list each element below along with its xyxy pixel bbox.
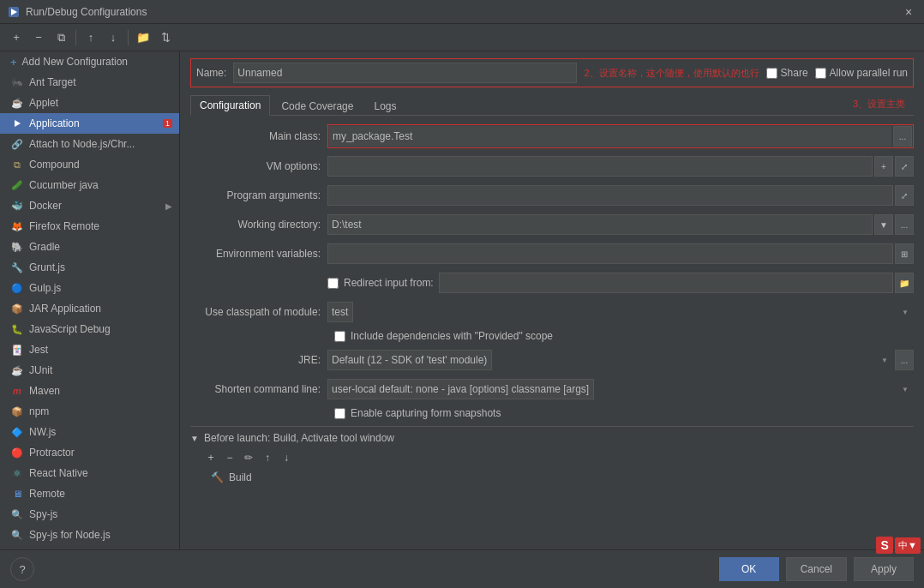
vm-options-add-btn[interactable]: + <box>874 156 893 177</box>
dialog-content: + Add New Configuration 🐜 Ant Target ☕ A… <box>0 51 924 549</box>
tab-logs[interactable]: Logs <box>364 96 405 116</box>
main-class-label: Main class: <box>190 130 327 142</box>
close-button[interactable]: × <box>900 3 917 21</box>
firefox-icon: 🦊 <box>10 219 24 233</box>
jar-icon: 📦 <box>10 302 24 315</box>
working-dir-browse-btn[interactable]: ... <box>895 214 914 235</box>
before-launch-edit-btn[interactable]: ✏ <box>240 449 257 466</box>
sidebar-item-spyjs-node[interactable]: 🔍 Spy-js for Node.js <box>0 525 179 545</box>
cancel-button[interactable]: Cancel <box>786 557 847 581</box>
sidebar-item-cucumber[interactable]: 🥒 Cucumber java <box>0 175 179 195</box>
before-launch-down-btn[interactable]: ↓ <box>278 449 295 466</box>
tab-code-coverage[interactable]: Code Coverage <box>272 96 363 116</box>
parallel-checkbox[interactable] <box>815 68 826 79</box>
redirect-row: Redirect input from: 📁 <box>190 272 914 294</box>
before-launch-toggle[interactable]: ▼ <box>190 434 199 443</box>
redirect-checkbox[interactable] <box>327 278 339 289</box>
config-toolbar: + − ⧉ ↑ ↓ 📁 ⇅ <box>0 24 924 51</box>
grunt-icon: 🔧 <box>10 261 24 274</box>
sidebar-item-jest[interactable]: 🃏 Jest <box>0 339 179 360</box>
sidebar-item-testng[interactable]: 🧪 TestNG <box>0 545 179 549</box>
copy-config-btn[interactable]: ⧉ <box>51 28 70 47</box>
sidebar-item-junit[interactable]: ☕ JUnit <box>0 360 179 381</box>
sidebar-item-label: Firefox Remote <box>29 220 172 232</box>
sidebar-item-label: npm <box>29 405 172 417</box>
run-debug-dialog: + − ⧉ ↑ ↓ 📁 ⇅ + Add New Configuration 🐜 … <box>0 24 924 588</box>
name-row: Name: 2、设置名称，这个随便，使用默认的也行 Share Allow pa… <box>190 58 914 87</box>
application-badge: 1 <box>163 119 172 128</box>
sidebar-item-firefox-remote[interactable]: 🦊 Firefox Remote <box>0 216 179 237</box>
sidebar-item-applet[interactable]: ☕ Applet <box>0 93 179 113</box>
working-dir-input[interactable] <box>327 214 873 235</box>
sidebar-item-label: Jest <box>29 344 172 356</box>
sidebar-item-label: Cucumber java <box>29 179 172 191</box>
include-deps-checkbox[interactable] <box>334 331 345 342</box>
toolbar-separator-1 <box>75 30 76 45</box>
sidebar-item-label: Gulp.js <box>29 282 172 294</box>
attach-node-icon: 🔗 <box>10 137 24 151</box>
program-args-expand-btn[interactable]: ⤢ <box>895 185 914 206</box>
env-vars-input[interactable] <box>327 243 893 264</box>
working-dir-dropdown-btn[interactable]: ▼ <box>874 214 893 235</box>
env-vars-label: Environment variables: <box>190 248 327 260</box>
sidebar-item-remote[interactable]: 🖥 Remote <box>0 483 179 504</box>
jre-browse-btn[interactable]: ... <box>895 350 914 370</box>
vm-options-input[interactable] <box>327 156 873 177</box>
sidebar-item-application[interactable]: Application 1 <box>0 113 179 134</box>
sidebar-item-label: Ant Target <box>29 76 172 88</box>
capture-forms-row: Enable capturing form snapshots <box>190 407 914 419</box>
sidebar-item-npm[interactable]: 📦 npm <box>0 401 179 422</box>
capture-forms-checkbox[interactable] <box>334 408 345 419</box>
sidebar-item-attach-node[interactable]: 🔗 Attach to Node.js/Chr... <box>0 134 179 154</box>
watermark: S 中▼ <box>876 537 921 554</box>
remove-config-btn[interactable]: − <box>29 28 48 47</box>
vm-options-input-group: + ⤢ <box>327 156 914 177</box>
sidebar-item-protractor[interactable]: 🔴 Protractor <box>0 442 179 463</box>
program-args-input[interactable] <box>327 185 893 206</box>
jest-icon: 🃏 <box>10 343 24 357</box>
jre-select[interactable]: Default (12 - SDK of 'test' module) <box>327 350 492 370</box>
sidebar-item-grunt[interactable]: 🔧 Grunt.js <box>0 257 179 278</box>
sidebar-item-ant-target[interactable]: 🐜 Ant Target <box>0 72 179 93</box>
env-vars-expand-btn[interactable]: ⊞ <box>895 243 914 264</box>
add-new-label: Add New Configuration <box>22 56 128 68</box>
redirect-browse-btn[interactable]: 📁 <box>895 273 914 293</box>
junit-icon: ☕ <box>10 363 24 377</box>
main-class-wrapper: ... <box>327 124 914 148</box>
sidebar-item-jar[interactable]: 📦 JAR Application <box>0 298 179 319</box>
folder-btn[interactable]: 📁 <box>134 28 153 47</box>
sidebar-item-label: Spy-js <box>29 508 172 520</box>
form-area: Main class: ... VM options: + ⤢ <box>190 124 914 543</box>
shorten-select[interactable]: user-local default: none - java [options… <box>327 379 594 399</box>
main-class-input[interactable] <box>329 126 891 147</box>
name-input[interactable] <box>233 63 577 83</box>
ok-button[interactable]: OK <box>719 557 779 581</box>
add-new-configuration[interactable]: + Add New Configuration <box>0 51 179 72</box>
redirect-input[interactable] <box>439 273 893 293</box>
main-class-browse-btn[interactable]: ... <box>893 126 912 147</box>
add-config-btn[interactable]: + <box>7 28 26 47</box>
ant-target-icon: 🐜 <box>10 75 24 89</box>
sidebar-item-gulp[interactable]: 🔵 Gulp.js <box>0 278 179 298</box>
sidebar-item-compound[interactable]: ⧉ Compound <box>0 154 179 175</box>
sidebar-item-gradle[interactable]: 🐘 Gradle <box>0 237 179 257</box>
help-button[interactable]: ? <box>10 557 34 581</box>
before-launch-up-btn[interactable]: ↑ <box>259 449 276 466</box>
sidebar-item-js-debug[interactable]: 🐛 JavaScript Debug <box>0 319 179 339</box>
tab-configuration[interactable]: Configuration <box>190 95 270 116</box>
move-down-btn[interactable]: ↓ <box>104 28 123 47</box>
sort-btn[interactable]: ⇅ <box>156 28 175 47</box>
sidebar-item-react-native[interactable]: ⚛ React Native <box>0 463 179 483</box>
sidebar-item-spyjs[interactable]: 🔍 Spy-js <box>0 504 179 525</box>
sidebar-item-maven[interactable]: m Maven <box>0 381 179 401</box>
sidebar-item-docker[interactable]: 🐳 Docker ▶ <box>0 195 179 216</box>
classpath-select[interactable]: test <box>327 302 353 322</box>
before-launch-remove-btn[interactable]: − <box>221 449 238 466</box>
sidebar-item-nwjs[interactable]: 🔷 NW.js <box>0 422 179 442</box>
share-checkbox[interactable] <box>766 68 777 79</box>
vm-options-expand-btn[interactable]: ⤢ <box>895 156 914 177</box>
apply-button[interactable]: Apply <box>854 557 914 581</box>
before-launch-add-btn[interactable]: + <box>202 449 219 466</box>
react-native-icon: ⚛ <box>10 466 24 480</box>
move-up-btn[interactable]: ↑ <box>81 28 100 47</box>
